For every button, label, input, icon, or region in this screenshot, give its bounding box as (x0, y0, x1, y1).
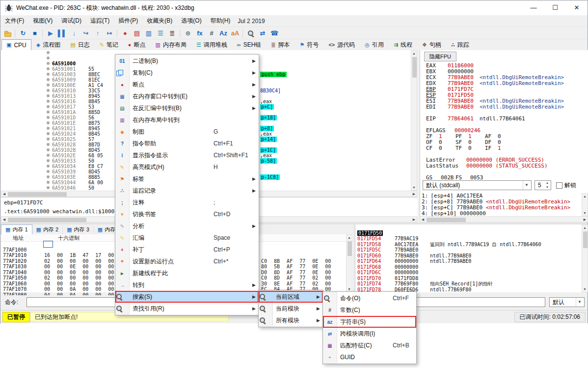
breakpoint-dot[interactable] (47, 62, 50, 65)
menu-view[interactable]: 视图(V) (28, 15, 57, 27)
stack-row[interactable]: 0171FD68 00000000 (355, 258, 588, 264)
menu-file[interactable]: 文件(F) (0, 15, 28, 27)
case-button[interactable]: Az (217, 28, 229, 39)
menu-item-analysis[interactable]: ✎ 分析 ▶ (115, 220, 259, 232)
breakpoint-dot[interactable] (47, 165, 50, 168)
stack-row[interactable]: 0171FD78 00000000 (355, 281, 588, 287)
constant-button[interactable]: # (206, 28, 217, 39)
tab-threads[interactable]: ⇉线程 (389, 39, 417, 51)
ascii-table-button[interactable]: aA (229, 28, 241, 39)
tab-references[interactable]: ◎引用 (360, 39, 389, 51)
menu-favourites[interactable]: 收藏夹(B) (142, 15, 177, 27)
stack-row[interactable]: 0171FD64 00000000 (355, 253, 588, 259)
breakpoint-dot[interactable] (47, 51, 50, 54)
menu-item-comment[interactable]: ; 注释 ; (115, 197, 259, 208)
tab-breakpoints[interactable]: ●断点 (123, 39, 151, 51)
step-out-button[interactable]: ↑ (92, 28, 104, 39)
stack-row[interactable]: 0171FD58 77B9ABE0 ntdll.77B9ABE0 (355, 236, 588, 242)
hide-fpu-button[interactable]: 隐藏FPU (424, 52, 456, 61)
menu-item-show-mnemonic-brief[interactable]: i 显示指令提示 Ctrl+Shift+F1 (115, 149, 259, 161)
breakpoint-dot[interactable] (47, 111, 50, 113)
menu-item-find-references[interactable]: 查找引用(R) ▶ (115, 303, 259, 314)
breakpoint-button[interactable]: ● (119, 28, 131, 39)
close-button[interactable]: ✕ (566, 0, 588, 15)
dump-tab-memory-2[interactable]: ▦内存 2 (32, 225, 63, 234)
open-file-button[interactable] (1, 28, 13, 39)
stack-row[interactable]: 0171FD5C 77B9ABE0 ntdll.77B9ABE0 (355, 242, 588, 248)
menu-item-follow-in-disasm[interactable]: ▤ 在反汇编中转到(B) ▶ (115, 102, 259, 114)
menu-item-guid[interactable]: ◓ GUID (323, 351, 416, 363)
menu-item-follow-in-memory[interactable]: ▦ 在内存窗口中转到(E) ▶ (115, 90, 259, 102)
tab-symbols[interactable]: ⚑符号 (295, 39, 324, 51)
breakpoint-dot[interactable] (47, 57, 50, 59)
breakpoint-dot[interactable] (47, 181, 50, 184)
tab-cpu[interactable]: ▣CPU (1, 39, 31, 51)
tab-script[interactable]: ≣脚本 (266, 39, 294, 51)
tab-trace[interactable]: ∴跟踪 (446, 39, 474, 51)
menu-item-breakpoint[interactable]: ● 断点 ▶ (115, 79, 259, 90)
run-to-selection-button[interactable]: ↦ (104, 28, 115, 39)
toolbar-separator[interactable] (178, 28, 182, 39)
menu-help[interactable]: 帮助(H) (206, 15, 235, 27)
toolbar-separator[interactable] (115, 28, 119, 39)
menu-item-patch[interactable]: + 补丁 Ctrl+P (115, 244, 259, 255)
stack-row[interactable]: 0171FD70 77B69F80 ntdll.77B69F80 (355, 270, 588, 276)
call-stack-button[interactable]: ☰ (155, 28, 166, 39)
dump-tab-memory-3[interactable]: ▦内存 3 (63, 225, 94, 234)
help-phone-button[interactable]: ☎ (268, 28, 280, 39)
breakpoint-dot[interactable] (47, 148, 50, 151)
menu-item-pattern[interactable]: ▦ 匹配特征(C) Ctrl+B (323, 340, 416, 351)
breakpoint-dot[interactable] (47, 94, 50, 97)
menu-plugins[interactable]: 插件(P) (114, 15, 142, 27)
unlock-checkbox[interactable]: 解锁 (556, 181, 576, 190)
toolbar-separator[interactable] (241, 28, 245, 39)
maximize-button[interactable]: ☐ (544, 0, 566, 15)
calling-convention-select[interactable]: 默认 (stdcall)▼ (423, 180, 532, 190)
tab-source[interactable]: <>源代码 (323, 39, 360, 51)
menu-item-constant[interactable]: # 常数(C) (323, 304, 416, 316)
dump-tab-memory-1[interactable]: ▦内存 1 (1, 225, 32, 235)
menu-item-binary[interactable]: 01 二进制(B) ▶ (115, 55, 259, 67)
menu-item-trace-record[interactable]: ∴ 追踪记录 ▶ (115, 185, 259, 197)
menu-debug[interactable]: 调试(D) (57, 15, 86, 27)
menu-item-highlighting-mode[interactable]: ✎ 高亮模式(H) H (115, 161, 259, 173)
tab-memory-map[interactable]: ▥内存布局 (151, 39, 191, 51)
tab-graph[interactable]: ◈流程图 (31, 39, 65, 51)
breakpoint-dot[interactable] (47, 73, 50, 76)
menu-item-string-references[interactable]: az 字符串(S) (323, 316, 416, 328)
breakpoint-dot[interactable] (47, 154, 50, 157)
tab-handles[interactable]: ❖句柄 (417, 39, 446, 51)
menu-item-command[interactable]: 命令(O) Ctrl+F (323, 292, 416, 304)
stack-row[interactable]: 0171FD60 00000000 (355, 247, 588, 253)
search-button[interactable] (245, 28, 257, 39)
breakpoint-dot[interactable] (47, 159, 50, 162)
stack-vertical-scrollbar[interactable]: ▲▼ (582, 225, 588, 292)
run-button[interactable]: ▶ (45, 28, 56, 39)
breakpoint-dot[interactable] (47, 116, 50, 119)
breakpoint-dot[interactable] (47, 143, 50, 146)
toolbar-separator[interactable] (41, 28, 45, 39)
menu-item-goto[interactable]: → 转到 ▶ (115, 279, 259, 291)
menu-item-all-modules[interactable]: 所有模块 ▶ (259, 314, 323, 326)
breakpoint-dot[interactable] (47, 84, 50, 86)
breakpoint-dot[interactable] (47, 175, 50, 178)
menu-item-copy[interactable]: 复制(C) ▶ (115, 67, 259, 79)
breakpoint-dot[interactable] (47, 100, 50, 103)
stop-button[interactable]: ■ (29, 28, 41, 39)
menu-item-instruction-help[interactable]: ? 指令帮助 Ctrl+F1 (115, 138, 259, 149)
menu-options[interactable]: 选项(O) (177, 15, 206, 27)
stack-row[interactable]: 0171FD6C 0171FDD8 指向SEH_Record[1]的指针 (355, 264, 588, 270)
memory-map-button[interactable]: ▥ (143, 28, 155, 39)
pause-button[interactable]: ▌▌ (56, 28, 68, 39)
arguments-pane[interactable]: 1:[esp+4] A0C17EEA2:[esp+8] 77B9ABE0 <nt… (422, 193, 582, 216)
breakpoint-dot[interactable] (47, 170, 50, 173)
breakpoint-dot[interactable] (47, 127, 50, 130)
menu-item-current-region[interactable]: 当前区域 ▶ (259, 291, 323, 303)
menu-item-follow-in-memmap[interactable]: ▥ 在内存布局中转到 (115, 114, 259, 126)
settings-button[interactable]: ⊛ (182, 28, 194, 39)
breakpoint-dot[interactable] (47, 121, 50, 124)
restart-button[interactable]: ↻ (17, 28, 29, 39)
tab-seh[interactable]: ∞SEH链 (232, 39, 267, 51)
script-button[interactable]: ≣ (166, 28, 178, 39)
swap-button[interactable]: ⇄ (257, 28, 268, 39)
